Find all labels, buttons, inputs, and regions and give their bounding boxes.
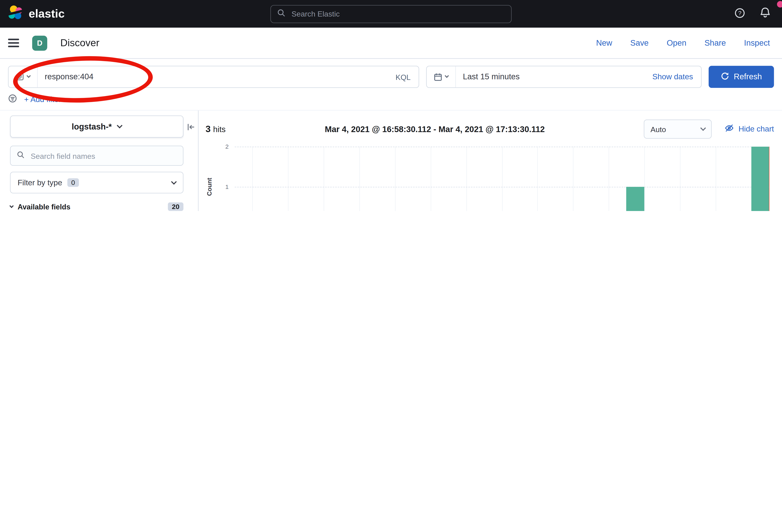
histogram-bar-17:09:30[interactable] [627,187,644,211]
brand-wordmark: elastic [29,7,65,21]
gridline-vertical [431,147,431,211]
gridline-vertical [537,147,538,211]
gridline-vertical [680,147,680,211]
discover-sidebar: logstash-* Filter by type 0 Available fi… [0,111,199,211]
header-action-open[interactable]: Open [667,38,686,47]
histogram-chart: Count @timestamp per 30 seconds 16:59:00… [206,145,774,211]
field-search[interactable] [10,146,183,166]
gridline-vertical [716,147,716,211]
histogram-bar-17:13:00[interactable] [751,147,769,211]
query-input-group: KQL [8,66,419,88]
page-title: Discover [60,37,99,49]
hide-chart-label: Hide chart [739,124,774,134]
saved-query-menu-button[interactable] [8,66,38,87]
topbar-icons: ? [734,7,774,21]
global-topbar: elastic ? [0,0,782,28]
collapse-sidebar-icon[interactable] [186,122,196,134]
header-action-inspect[interactable]: Inspect [744,38,770,47]
eye-slash-icon [725,123,734,135]
notifications-bell-icon[interactable] [759,7,771,21]
chevron-down-icon [9,203,13,207]
kibana-discover-page: elastic ? D Discover NewSaveOpenShareIns… [0,0,782,211]
gridline-vertical [644,147,645,211]
gridline-vertical [359,147,360,211]
chevron-down-icon [117,123,123,128]
query-bar: KQL Last 15 minutes Show dates Refresh [0,59,782,88]
refresh-label: Refresh [734,72,762,81]
notification-badge-dot [777,1,782,8]
available-fields-header[interactable]: Available fields 20 [10,202,183,211]
add-filter-button[interactable]: + Add filter [24,95,61,104]
chevron-down-icon [701,125,706,131]
refresh-icon [721,72,730,82]
gridline-vertical [252,147,253,211]
index-pattern-select[interactable]: logstash-* [10,116,183,138]
elastic-logo-icon [8,5,23,23]
time-range-value[interactable]: Last 15 minutes [456,72,527,81]
filter-by-type-select[interactable]: Filter by type 0 [10,172,183,193]
gridline-vertical [502,147,502,211]
interval-select[interactable]: Auto [644,120,712,139]
search-icon [277,8,286,19]
field-search-input[interactable] [30,151,177,160]
show-dates-link[interactable]: Show dates [652,72,701,81]
gridline-vertical [395,147,396,211]
chevron-down-icon [171,179,177,185]
hits-count: 3hits [206,124,226,134]
histogram-plot: Count @timestamp per 30 seconds 16:59:00… [235,147,769,211]
gridline-vertical [288,147,289,211]
discover-main: 3hits Mar 4, 2021 @ 16:58:30.112 - Mar 4… [199,111,782,211]
global-search-input[interactable] [290,9,505,18]
header-action-share[interactable]: Share [704,38,726,47]
gridline-vertical [609,147,609,211]
date-picker-group: Last 15 minutes Show dates [426,66,702,88]
filter-bar: + Add filter [0,88,782,110]
hide-chart-button[interactable]: Hide chart [725,123,774,135]
discover-app-badge: D [32,35,47,50]
header-action-new[interactable]: New [596,38,612,47]
gridline-vertical [466,147,467,211]
search-icon [16,151,25,161]
query-input[interactable] [38,72,387,81]
gridline-horizontal [235,147,769,147]
chevron-down-icon [445,74,449,78]
available-fields-count: 20 [168,202,183,211]
filter-options-icon[interactable] [8,94,17,105]
interval-value: Auto [651,125,666,133]
content: logstash-* Filter by type 0 Available fi… [0,111,782,211]
filter-by-type-count: 0 [67,178,79,187]
available-fields-label: Available fields [17,203,70,211]
date-picker-calendar-button[interactable] [427,66,456,87]
chevron-down-icon [26,74,31,78]
refresh-button[interactable]: Refresh [709,66,774,88]
y-axis-title: Count [206,147,214,211]
chart-time-range: Mar 4, 2021 @ 16:58:30.112 - Mar 4, 2021… [325,124,545,134]
gridline-vertical [573,147,574,211]
filter-by-type-label: Filter by type [17,178,62,187]
y-axis-tick: 2 [216,143,229,150]
app-header: D Discover NewSaveOpenShareInspect [0,28,782,59]
header-action-save[interactable]: Save [630,38,649,47]
svg-text:?: ? [738,9,741,16]
gridline-vertical [324,147,324,211]
hits-row: 3hits Mar 4, 2021 @ 16:58:30.112 - Mar 4… [206,119,774,140]
global-search[interactable] [271,5,511,23]
index-pattern-name: logstash-* [72,122,112,131]
query-language-button[interactable]: KQL [387,73,419,81]
gridline-horizontal [235,187,769,187]
help-icon[interactable]: ? [734,7,745,21]
elastic-brand[interactable]: elastic [8,5,65,23]
menu-hamburger-icon[interactable] [8,39,19,47]
header-actions: NewSaveOpenShareInspect [596,38,770,47]
y-axis-tick: 1 [216,183,229,190]
